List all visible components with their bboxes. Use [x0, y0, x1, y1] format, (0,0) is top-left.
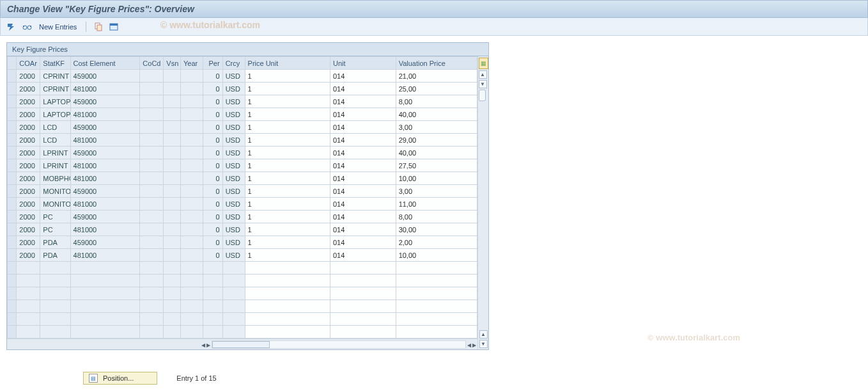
cell-unit[interactable]: 014: [330, 198, 396, 211]
row-selector[interactable]: [8, 159, 17, 172]
cell-unit[interactable]: 014: [330, 108, 396, 121]
cell-valuation-price[interactable]: 40,00: [396, 147, 477, 159]
row-selector[interactable]: [8, 172, 17, 185]
row-selector[interactable]: [8, 262, 17, 275]
row-selector[interactable]: [8, 223, 17, 236]
table-row[interactable]: 2000LAPTOP4810000USD101440,00: [8, 108, 477, 121]
cell-unit[interactable]: 014: [330, 249, 396, 262]
cell-unit[interactable]: 014: [330, 70, 396, 83]
table-row[interactable]: 2000LCD4810000USD101429,00: [8, 134, 477, 147]
cell-price-unit[interactable]: 1: [245, 147, 330, 159]
cell-price-unit[interactable]: 1: [245, 211, 330, 223]
table-row-empty[interactable]: [8, 262, 477, 275]
table-row[interactable]: 2000CPRINT4810000USD101425,00: [8, 83, 477, 95]
cell-valuation-price[interactable]: 27,50: [396, 159, 477, 172]
col-header-statkf[interactable]: StatKF: [40, 57, 70, 70]
cell-unit[interactable]: 014: [330, 95, 396, 108]
row-selector[interactable]: [8, 134, 17, 147]
new-entries-button[interactable]: New Entries: [36, 22, 79, 32]
row-selector[interactable]: [8, 108, 17, 121]
row-selector[interactable]: [8, 326, 17, 339]
cell-valuation-price[interactable]: 8,00: [396, 95, 477, 108]
col-header-unit[interactable]: Unit: [330, 57, 396, 70]
cell-price-unit[interactable]: 1: [245, 159, 330, 172]
vscroll-thumb[interactable]: [479, 90, 486, 101]
col-header-cost-element[interactable]: Cost Element: [70, 57, 140, 70]
table-row[interactable]: 2000PDA4810000USD101410,00: [8, 249, 477, 262]
cell-valuation-price[interactable]: 3,00: [396, 185, 477, 198]
scroll-left-icon[interactable]: [201, 340, 205, 348]
cell-price-unit[interactable]: 1: [245, 185, 330, 198]
hscroll-thumb[interactable]: [212, 341, 270, 348]
cell-valuation-price[interactable]: 3,00: [396, 121, 477, 134]
table-row[interactable]: 2000LAPTOP4590000USD10148,00: [8, 95, 477, 108]
cell-price-unit[interactable]: 1: [245, 108, 330, 121]
row-selector[interactable]: [8, 95, 17, 108]
row-selector[interactable]: [8, 249, 17, 262]
select-all-header[interactable]: [8, 57, 17, 70]
row-selector[interactable]: [8, 313, 17, 326]
scroll-down-end-icon[interactable]: ▼: [479, 340, 488, 348]
cell-price-unit[interactable]: 1: [245, 121, 330, 134]
cell-unit[interactable]: 014: [330, 159, 396, 172]
cell-valuation-price[interactable]: 40,00: [396, 108, 477, 121]
cell-price-unit[interactable]: 1: [245, 198, 330, 211]
cell-valuation-price[interactable]: 2,00: [396, 236, 477, 249]
cell-unit[interactable]: 014: [330, 121, 396, 134]
cell-unit[interactable]: 014: [330, 147, 396, 159]
row-selector[interactable]: [8, 121, 17, 134]
table-row[interactable]: 2000MONITO4590000USD10143,00: [8, 185, 477, 198]
cell-price-unit[interactable]: 1: [245, 95, 330, 108]
delimit-icon[interactable]: [108, 21, 120, 33]
scroll-down-icon[interactable]: ▼: [479, 80, 487, 88]
cell-unit[interactable]: 014: [330, 211, 396, 223]
table-row[interactable]: 2000LPRINT4590000USD101440,00: [8, 147, 477, 159]
row-selector[interactable]: [8, 147, 17, 159]
table-row-empty[interactable]: [8, 287, 477, 300]
col-header-coar[interactable]: COAr: [17, 57, 40, 70]
glasses-icon[interactable]: [21, 21, 33, 33]
table-row-empty[interactable]: [8, 275, 477, 287]
scroll-up-end-icon[interactable]: ▲: [479, 330, 488, 339]
cell-price-unit[interactable]: 1: [245, 223, 330, 236]
table-row-empty[interactable]: [8, 326, 477, 339]
col-header-valuation-price[interactable]: Valuation Price: [396, 57, 477, 70]
table-row[interactable]: 2000LCD4590000USD10143,00: [8, 121, 477, 134]
cell-unit[interactable]: 014: [330, 185, 396, 198]
horizontal-scrollbar[interactable]: [7, 339, 477, 349]
cell-valuation-price[interactable]: 10,00: [396, 249, 477, 262]
cell-unit[interactable]: 014: [330, 223, 396, 236]
hscroll-track[interactable]: [212, 340, 466, 349]
table-settings-icon[interactable]: ▦: [479, 58, 488, 69]
scroll-up-icon[interactable]: ▲: [479, 70, 487, 79]
scroll-left-end-icon[interactable]: [467, 340, 471, 348]
col-header-price-unit[interactable]: Price Unit: [245, 57, 330, 70]
cell-unit[interactable]: 014: [330, 172, 396, 185]
cell-price-unit[interactable]: 1: [245, 134, 330, 147]
cell-valuation-price[interactable]: 11,00: [396, 198, 477, 211]
table-row[interactable]: 2000MOBPHO4810000USD101410,00: [8, 172, 477, 185]
col-header-per[interactable]: Per: [203, 57, 222, 70]
toggle-icon[interactable]: [6, 21, 17, 33]
row-selector[interactable]: [8, 211, 17, 223]
table-row[interactable]: 2000CPRINT4590000USD101421,00: [8, 70, 477, 83]
cell-unit[interactable]: 014: [330, 236, 396, 249]
row-selector[interactable]: [8, 185, 17, 198]
cell-valuation-price[interactable]: 8,00: [396, 211, 477, 223]
col-header-crcy[interactable]: Crcy: [222, 57, 245, 70]
table-row[interactable]: 2000MONITO4810000USD101411,00: [8, 198, 477, 211]
row-selector[interactable]: [8, 70, 17, 83]
table-row-empty[interactable]: [8, 313, 477, 326]
row-selector[interactable]: [8, 236, 17, 249]
row-selector[interactable]: [8, 198, 17, 211]
table-row[interactable]: 2000LPRINT4810000USD101427,50: [8, 159, 477, 172]
row-selector[interactable]: [8, 83, 17, 95]
cell-valuation-price[interactable]: 21,00: [396, 70, 477, 83]
cell-price-unit[interactable]: 1: [245, 70, 330, 83]
scroll-right-icon[interactable]: [206, 340, 210, 348]
cell-unit[interactable]: 014: [330, 83, 396, 95]
cell-valuation-price[interactable]: 30,00: [396, 223, 477, 236]
cell-valuation-price[interactable]: 25,00: [396, 83, 477, 95]
cell-valuation-price[interactable]: 10,00: [396, 172, 477, 185]
cell-price-unit[interactable]: 1: [245, 236, 330, 249]
